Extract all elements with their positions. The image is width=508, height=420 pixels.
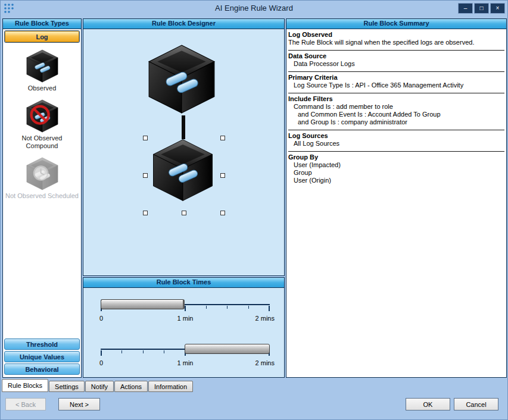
tick-mark bbox=[206, 306, 207, 309]
section-line: User (Origin) bbox=[288, 177, 504, 184]
rule-type-observed[interactable]: Observed bbox=[3, 49, 81, 92]
rule-block-designer-panel: Rule Block Designer bbox=[83, 18, 285, 276]
rule-block-times-header: Rule Block Times bbox=[83, 278, 284, 288]
rule-block-summary-header: Rule Block Summary bbox=[286, 19, 506, 29]
tab-information[interactable]: Information bbox=[148, 381, 193, 392]
section-line: User (Impacted) bbox=[288, 161, 504, 169]
section-title: Primary Criteria bbox=[288, 74, 504, 82]
connector-line bbox=[182, 115, 185, 139]
tick-mark bbox=[185, 306, 186, 311]
time-slider-2: 0 1 min 2 mins bbox=[101, 338, 270, 375]
cancel-button[interactable]: Cancel bbox=[454, 398, 498, 410]
rule-type-label: Not Observed Scheduled bbox=[3, 192, 81, 200]
unique-values-button[interactable]: Unique Values bbox=[4, 351, 80, 362]
not-observed-compound-icon bbox=[24, 99, 60, 133]
window-title: AI Engine Rule Wizard bbox=[1, 1, 507, 16]
tick-mark bbox=[121, 350, 122, 353]
section-line: Log Source Type Is : API - Office 365 Ma… bbox=[288, 82, 504, 89]
threshold-button[interactable]: Threshold bbox=[4, 338, 80, 350]
tick-label: 2 mins bbox=[255, 315, 275, 322]
tick-label: 2 mins bbox=[255, 359, 275, 366]
close-button[interactable]: × bbox=[490, 3, 505, 14]
back-button: < Back bbox=[5, 398, 46, 410]
selection-handle[interactable] bbox=[143, 211, 148, 215]
summary-section-log-observed: Log Observed The Rule Block will signal … bbox=[288, 29, 504, 51]
selection-handle[interactable] bbox=[220, 211, 225, 215]
tab-notify[interactable]: Notify bbox=[85, 381, 114, 392]
tick-mark bbox=[101, 350, 102, 356]
tab-rule-blocks[interactable]: Rule Blocks bbox=[2, 379, 48, 392]
tick-label: 0 bbox=[99, 359, 103, 366]
section-line: Group bbox=[288, 169, 504, 177]
selection-handle[interactable] bbox=[143, 136, 148, 140]
tick-label: 0 bbox=[99, 315, 103, 322]
tick-mark bbox=[143, 350, 144, 353]
designer-canvas[interactable] bbox=[83, 29, 284, 275]
rule-block-node-1[interactable] bbox=[145, 43, 218, 115]
tick-mark bbox=[269, 306, 270, 311]
rule-block-times-panel: Rule Block Times 0 1 min 2 mins bbox=[83, 277, 285, 378]
tick-mark bbox=[248, 306, 249, 309]
minimize-button[interactable]: – bbox=[458, 3, 473, 14]
maximize-button[interactable]: □ bbox=[474, 3, 489, 14]
rule-type-not-observed-compound[interactable]: Not Observed Compound bbox=[3, 99, 81, 150]
next-button[interactable]: Next > bbox=[58, 398, 100, 410]
tick-label: 1 min bbox=[177, 315, 194, 322]
section-line: and Common Event Is : Account Added To G… bbox=[288, 111, 504, 118]
rule-block-types-header: Rule Block Types bbox=[3, 19, 81, 29]
summary-section-include-filters: Include Filters Command Is : add member … bbox=[288, 93, 504, 130]
rule-block-designer-header: Rule Block Designer bbox=[83, 19, 284, 29]
behavioral-button[interactable]: Behavioral bbox=[4, 363, 80, 375]
not-observed-scheduled-icon bbox=[24, 156, 60, 191]
summary-body: Log Observed The Rule Block will signal … bbox=[288, 29, 504, 377]
wizard-tab-strip: Rule Blocks Settings Notify Actions Info… bbox=[2, 379, 194, 392]
section-line: Command Is : add member to role bbox=[288, 103, 504, 111]
section-title: Log Sources bbox=[288, 132, 504, 140]
rule-block-node-2-selected[interactable] bbox=[150, 137, 216, 203]
ai-engine-rule-wizard-window: AI Engine Rule Wizard – □ × Rule Block T… bbox=[0, 0, 508, 420]
section-title: Group By bbox=[288, 153, 504, 161]
section-title: Include Filters bbox=[288, 95, 504, 103]
log-type-button[interactable]: Log bbox=[5, 31, 79, 42]
tick-mark bbox=[164, 350, 164, 353]
title-bar[interactable]: AI Engine Rule Wizard – □ × bbox=[1, 1, 507, 17]
section-line: and Group Is : company administrator bbox=[288, 118, 504, 126]
selection-handle[interactable] bbox=[220, 136, 225, 140]
summary-section-primary-criteria: Primary Criteria Log Source Type Is : AP… bbox=[288, 72, 504, 93]
observed-cube-icon bbox=[24, 49, 60, 83]
section-line: All Log Sources bbox=[288, 140, 504, 148]
window-controls: – □ × bbox=[458, 3, 505, 14]
rule-type-not-observed-scheduled: Not Observed Scheduled bbox=[3, 156, 81, 200]
selection-handle[interactable] bbox=[143, 173, 148, 178]
tab-actions[interactable]: Actions bbox=[114, 381, 148, 392]
section-title: Data Source bbox=[288, 52, 504, 60]
time-range-bar-2[interactable] bbox=[185, 344, 270, 354]
tick-label: 1 min bbox=[177, 359, 194, 366]
summary-section-group-by: Group By User (Impacted) Group User (Ori… bbox=[288, 152, 504, 188]
tab-settings[interactable]: Settings bbox=[49, 381, 85, 392]
section-title: Log Observed bbox=[288, 31, 504, 39]
summary-section-log-sources: Log Sources All Log Sources bbox=[288, 130, 504, 152]
selection-handle[interactable] bbox=[220, 173, 225, 178]
time-range-bar-1[interactable] bbox=[101, 299, 185, 309]
time-slider-1: 0 1 min 2 mins bbox=[101, 293, 270, 330]
selection-handle[interactable] bbox=[182, 211, 186, 215]
summary-section-data-source: Data Source Data Processor Logs bbox=[288, 51, 504, 72]
section-line: The Rule Block will signal when the spec… bbox=[288, 39, 504, 46]
tick-mark bbox=[227, 306, 227, 309]
rule-block-types-panel: Rule Block Types Log Observed Not Observ… bbox=[2, 18, 82, 378]
rule-type-label: Not Observed Compound bbox=[3, 134, 81, 150]
ok-button[interactable]: OK bbox=[406, 398, 450, 410]
section-line: Data Processor Logs bbox=[288, 60, 504, 68]
rule-block-summary-panel: Rule Block Summary Log Observed The Rule… bbox=[286, 18, 507, 378]
rule-type-category-buttons: Threshold Unique Values Behavioral bbox=[4, 337, 80, 375]
rule-type-label: Observed bbox=[3, 84, 81, 92]
